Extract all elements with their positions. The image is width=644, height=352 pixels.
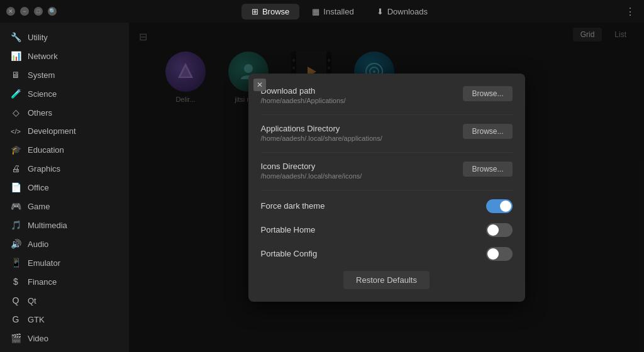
download-path-text: Download path /home/aadesh/Applications/ (261, 86, 456, 104)
nav-tabs: ⊞ Browse ▦ Installed ⬇ Downloads (62, 4, 618, 19)
downloads-icon: ⬇ (377, 7, 384, 16)
science-icon: 🧪 (10, 89, 21, 99)
maximize-button[interactable]: □ (34, 7, 43, 16)
gtk-icon: G (10, 314, 21, 324)
main-layout: 🔧 Utility 📊 Network 🖥 System 🧪 Science ◇… (0, 23, 644, 352)
restore-defaults-button[interactable]: Restore Defaults (343, 271, 430, 289)
portable-home-label: Portable Home (261, 225, 316, 234)
tab-installed[interactable]: ▦ Installed (302, 4, 364, 19)
download-path-browse-button[interactable]: Browse... (463, 86, 512, 101)
sidebar-item-sequencer[interactable]: 🎹 Sequencer (0, 348, 129, 352)
sidebar-item-system[interactable]: 🖥 System (0, 65, 129, 84)
sidebar-item-others[interactable]: ◇ Others (0, 103, 129, 122)
sidebar-item-network[interactable]: 📊 Network (0, 47, 129, 65)
audio-icon: 🔊 (10, 239, 21, 249)
applications-dir-text: Applications Directory /home/aadesh/.loc… (261, 124, 456, 142)
settings-modal: ✕ Download path /home/aadesh/Application… (248, 74, 525, 302)
content-area: ⊟ Grid List Delir... jitsi meet (129, 23, 644, 352)
titlebar: ✕ − □ 🔍 ⊞ Browse ▦ Installed ⬇ Downloads… (0, 0, 644, 23)
multimedia-icon: 🎵 (10, 220, 21, 230)
icons-dir-browse-button[interactable]: Browse... (463, 162, 512, 177)
sidebar-item-science[interactable]: 🧪 Science (0, 84, 129, 103)
sidebar-item-development[interactable]: </> Development (0, 122, 129, 140)
portable-config-label: Portable Config (261, 249, 318, 258)
qt-icon: Q (10, 295, 21, 305)
modal-close-button[interactable]: ✕ (253, 79, 266, 91)
sidebar-item-multimedia[interactable]: 🎵 Multimedia (0, 216, 129, 234)
sidebar-item-qt[interactable]: Q Qt (0, 291, 129, 310)
installed-icon: ▦ (312, 7, 319, 16)
sidebar-item-utility[interactable]: 🔧 Utility (0, 28, 129, 47)
search-button[interactable]: 🔍 (48, 7, 57, 16)
portable-home-thumb (487, 224, 499, 236)
tab-browse[interactable]: ⊞ Browse (242, 4, 299, 19)
portable-home-row: Portable Home (261, 223, 513, 237)
force-dark-theme-row: Force dark theme (261, 199, 513, 213)
divider-2 (261, 152, 513, 153)
sidebar-item-video[interactable]: 🎬 Video (0, 329, 129, 348)
portable-config-thumb (487, 248, 499, 260)
portable-config-row: Portable Config (261, 247, 513, 261)
sidebar-item-finance[interactable]: $ Finance (0, 272, 129, 291)
applications-dir-label: Applications Directory (261, 124, 456, 133)
sidebar-item-graphics[interactable]: 🖨 Graphics (0, 159, 129, 178)
download-path-label: Download path (261, 86, 456, 96)
icons-dir-value: /home/aadesh/.local/share/icons/ (261, 172, 456, 180)
sidebar-item-office[interactable]: 📄 Office (0, 178, 129, 197)
sidebar-item-game[interactable]: 🎮 Game (0, 197, 129, 216)
icons-dir-label: Icons Directory (261, 162, 456, 171)
game-icon: 🎮 (10, 201, 21, 211)
graphics-icon: 🖨 (10, 163, 21, 173)
portable-config-toggle[interactable] (486, 247, 513, 261)
force-dark-theme-label: Force dark theme (261, 201, 325, 211)
browse-icon: ⊞ (252, 7, 258, 16)
network-icon: 📊 (10, 51, 21, 61)
force-dark-theme-toggle[interactable] (486, 199, 513, 213)
sidebar-item-emulator[interactable]: 📱 Emulator (0, 253, 129, 272)
sidebar: 🔧 Utility 📊 Network 🖥 System 🧪 Science ◇… (0, 23, 129, 352)
icons-dir-text: Icons Directory /home/aadesh/.local/shar… (261, 162, 456, 180)
settings-overlay: ✕ Download path /home/aadesh/Application… (129, 23, 644, 352)
emulator-icon: 📱 (10, 258, 21, 268)
development-icon: </> (10, 128, 21, 135)
icons-dir-field: Icons Directory /home/aadesh/.local/shar… (261, 162, 513, 180)
utility-icon: 🔧 (10, 32, 21, 42)
icons-dir-header: Icons Directory /home/aadesh/.local/shar… (261, 162, 513, 180)
divider-3 (261, 190, 513, 190)
divider-1 (261, 114, 513, 115)
applications-dir-field: Applications Directory /home/aadesh/.loc… (261, 124, 513, 142)
sidebar-item-audio[interactable]: 🔊 Audio (0, 234, 129, 253)
window-controls: ✕ − □ 🔍 (6, 7, 57, 16)
portable-home-toggle[interactable] (486, 223, 513, 237)
minimize-button[interactable]: − (20, 7, 29, 16)
system-icon: 🖥 (10, 70, 21, 80)
download-path-header: Download path /home/aadesh/Applications/… (261, 86, 513, 104)
video-icon: 🎬 (10, 333, 21, 343)
applications-dir-value: /home/aadesh/.local/share/applications/ (261, 135, 456, 142)
menu-icon[interactable]: ⋮ (623, 6, 638, 18)
sidebar-item-gtk[interactable]: G GTK (0, 310, 129, 329)
office-icon: 📄 (10, 182, 21, 192)
applications-dir-browse-button[interactable]: Browse... (463, 124, 512, 139)
applications-dir-header: Applications Directory /home/aadesh/.loc… (261, 124, 513, 142)
education-icon: 🎓 (10, 145, 21, 155)
others-icon: ◇ (10, 107, 21, 118)
download-path-value: /home/aadesh/Applications/ (261, 97, 456, 104)
force-dark-theme-thumb (500, 201, 511, 212)
finance-icon: $ (10, 277, 21, 287)
download-path-field: Download path /home/aadesh/Applications/… (261, 86, 513, 104)
sidebar-item-education[interactable]: 🎓 Education (0, 140, 129, 159)
close-button[interactable]: ✕ (6, 7, 15, 16)
tab-downloads[interactable]: ⬇ Downloads (367, 4, 438, 19)
